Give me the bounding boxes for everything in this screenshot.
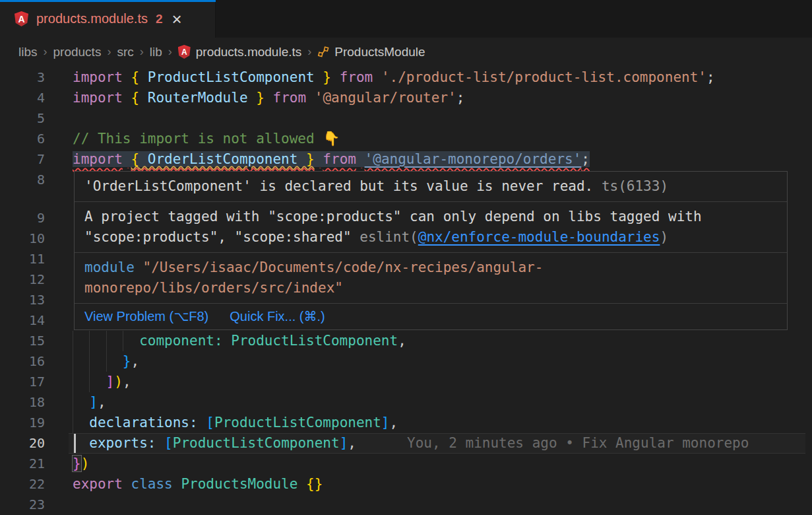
breadcrumb-item-products[interactable]: products [53, 45, 102, 59]
token: , [398, 333, 406, 349]
line-number: 3 [0, 67, 45, 88]
eslint-source-prefix: eslint( [359, 229, 418, 245]
breadcrumb-item-lib[interactable]: lib [150, 45, 162, 59]
line-number: 11 [0, 249, 45, 269]
token: class [131, 476, 173, 492]
token: [ [164, 435, 173, 451]
token: from [340, 69, 373, 85]
code-line-19[interactable]: 19 declarations: [ProductListComponent], [0, 413, 812, 433]
token: , [123, 374, 131, 390]
breadcrumb-item-src[interactable]: src [117, 45, 133, 59]
code-line-4[interactable]: 4import { RouterModule } from '@angular/… [0, 88, 812, 108]
tab-strip: A products.module.ts 2 × [0, 0, 812, 38]
code-editor[interactable]: 'OrderListComponent' is declared but its… [0, 66, 812, 515]
module-info: module "/Users/isaac/Documents/code/nx-r… [75, 253, 787, 304]
line-number: 15 [0, 331, 45, 351]
breadcrumb-separator-icon: › [140, 45, 144, 59]
code-line-17[interactable]: 17 ]), [0, 372, 812, 392]
error-highlighted-statement: import { OrderListComponent } from '@ang… [73, 151, 590, 167]
token: ProductListComponent [173, 435, 340, 451]
token [73, 374, 106, 390]
token [123, 476, 131, 492]
token: import [73, 90, 123, 106]
breadcrumb-item-libs[interactable]: libs [18, 45, 38, 59]
code-line-20[interactable]: 20 exports: [ProductListComponent],You, … [0, 433, 812, 454]
code-line-22[interactable]: 22export class ProductsModule {} [0, 474, 812, 495]
tab-products-module[interactable]: A products.module.ts 2 × [0, 0, 216, 38]
code-text: exports: [ProductListComponent], [73, 433, 356, 454]
token: { [131, 151, 140, 167]
line-number: 18 [0, 392, 45, 413]
module-path-line2: monorepo/libs/orders/src/index" [84, 280, 343, 296]
token: { [131, 90, 140, 106]
token [306, 90, 315, 106]
token: ] [340, 435, 348, 451]
line-number: 14 [0, 310, 45, 331]
token [356, 151, 365, 167]
code-text: ], [73, 392, 106, 413]
eslint-source-suffix: ) [660, 229, 668, 245]
token: import [73, 69, 123, 85]
code-line-16[interactable]: 16 }, [0, 351, 812, 372]
token: , [390, 415, 398, 430]
breadcrumb-item-symbol[interactable]: ProductsModule [317, 45, 425, 59]
token: ProductListComponent [214, 415, 381, 430]
angular-icon: A [15, 11, 28, 26]
module-keyword: module [84, 259, 135, 275]
git-blame-annotation: You, 2 minutes ago • Fix Angular monorep… [407, 433, 749, 454]
token: ) [114, 374, 123, 390]
token: } [306, 151, 315, 167]
breadcrumb-separator-icon: › [307, 45, 311, 59]
breadcrumb-item-file[interactable]: Aproducts.module.ts [178, 45, 302, 59]
code-line-23[interactable]: 23 [0, 495, 812, 515]
token: ProductListComponent [231, 333, 398, 349]
token: ; [456, 90, 465, 106]
token [156, 435, 164, 451]
token [265, 90, 273, 106]
token: ] [89, 394, 98, 410]
line-number: 22 [0, 474, 45, 495]
code-text: }, [73, 351, 139, 372]
code-line-7[interactable]: 7import { OrderListComponent } from '@an… [0, 149, 812, 170]
eslint-error-line2: "scope:products", "scope:shared" [84, 229, 359, 245]
eslint-error-line1: A project tagged with "scope:products" c… [84, 209, 702, 224]
code-line-6[interactable]: 6// This import is not allowed 👇 [0, 129, 812, 149]
line-number: 8 [0, 170, 45, 190]
token: ; [706, 69, 715, 85]
code-line-18[interactable]: 18 ], [0, 392, 812, 413]
angular-icon: A [178, 45, 191, 59]
tab-problem-badge: 2 [156, 12, 163, 26]
quick-fix-button[interactable]: Quick Fix... (⌘.) [230, 306, 325, 327]
code-text: import { RouterModule } from '@angular/r… [73, 88, 464, 108]
code-line-21[interactable]: 21}) [0, 454, 812, 474]
line-number: 19 [0, 413, 45, 433]
line-number: 17 [0, 372, 45, 392]
token: , [98, 394, 106, 410]
code-text: }) [73, 454, 89, 474]
tab-title: products.module.ts [36, 11, 148, 26]
view-problem-button[interactable]: View Problem (⌥F8) [84, 306, 208, 327]
token [73, 353, 123, 369]
eslint-rule-link[interactable]: @nx/enforce-module-boundaries [418, 229, 660, 245]
breadcrumb-file-label: products.module.ts [196, 45, 302, 59]
token: '@angular/router' [315, 90, 456, 106]
close-icon[interactable]: × [172, 11, 182, 28]
token: ] [106, 374, 115, 390]
code-line-15[interactable]: 15 component: ProductListComponent, [0, 331, 812, 351]
token: OrderListComponent [139, 151, 306, 167]
breadcrumb-separator-icon: › [168, 45, 172, 59]
token [373, 69, 381, 85]
breadcrumb-separator-icon: › [107, 45, 111, 59]
token [73, 394, 89, 410]
ts-error-message: 'OrderListComponent' is declared but its… [75, 172, 787, 202]
code-text: ]), [73, 372, 131, 392]
token [297, 476, 306, 492]
token: , [131, 353, 140, 369]
token [123, 151, 131, 167]
line-number: 23 [0, 495, 45, 515]
token: , [348, 435, 356, 451]
class-symbol-icon [317, 46, 330, 58]
code-line-3[interactable]: 3import { ProductListComponent } from '.… [0, 67, 812, 88]
line-number: 6 [0, 129, 45, 149]
code-line-5[interactable]: 5 [0, 108, 812, 129]
